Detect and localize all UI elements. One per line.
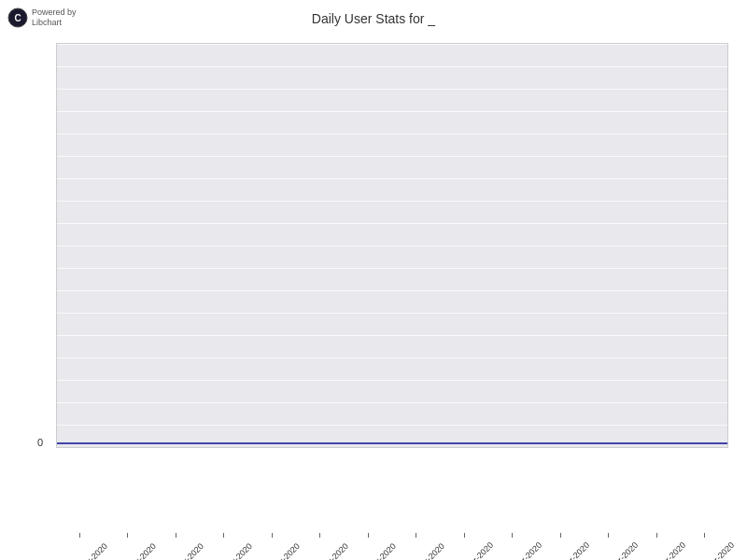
x-label-wrapper: 12-Mar-2020 <box>537 533 584 551</box>
x-label-wrapper: 4-Mar-2020 <box>152 533 199 551</box>
x-label-wrapper: 11-Mar-2020 <box>489 533 536 551</box>
x-tick <box>704 533 705 538</box>
y-axis-label-0: 0 <box>37 437 47 448</box>
x-axis-label: 4-Mar-2020 <box>166 541 205 560</box>
x-label-wrapper: 10-Mar-2020 <box>441 533 487 551</box>
grid-line <box>57 66 727 67</box>
x-axis-label: 2-Mar-2020 <box>70 541 109 560</box>
x-tick <box>127 533 128 538</box>
x-axis-label: 12-Mar-2020 <box>551 541 590 560</box>
chart-container: C Powered by Libchart Daily User Stats f… <box>0 0 747 560</box>
grid-line <box>57 268 727 269</box>
x-axis-label: 10-Mar-2020 <box>455 541 494 560</box>
x-tick <box>79 533 80 538</box>
grid-line <box>57 111 727 112</box>
x-label-wrapper: 8-Mar-2020 <box>345 533 391 551</box>
x-label-wrapper: 6-Mar-2020 <box>248 533 295 551</box>
x-axis-label: 14-Mar-2020 <box>647 541 686 560</box>
x-tick <box>464 533 465 538</box>
x-label-wrapper: 15-Mar-2020 <box>682 533 728 551</box>
chart-plot-area <box>56 43 728 448</box>
x-tick <box>368 533 369 538</box>
x-axis-label: 3-Mar-2020 <box>118 541 157 560</box>
grid-line <box>57 357 727 358</box>
x-axis-label: 9-Mar-2020 <box>406 541 445 560</box>
x-label-wrapper: 13-Mar-2020 <box>585 533 632 551</box>
x-label-wrapper: 7-Mar-2020 <box>297 533 344 551</box>
x-tick <box>272 533 273 538</box>
x-tick <box>512 533 513 538</box>
grid-line <box>57 425 727 426</box>
grid-line <box>57 156 727 157</box>
x-label-wrapper: 5-Mar-2020 <box>201 533 247 551</box>
grid-line <box>57 223 727 224</box>
x-label-wrapper: 14-Mar-2020 <box>633 533 680 551</box>
x-axis-label: 5-Mar-2020 <box>214 541 253 560</box>
x-tick <box>608 533 609 538</box>
x-axis-label: 6-Mar-2020 <box>262 541 302 560</box>
x-axis-label: 13-Mar-2020 <box>599 541 638 560</box>
grid-line <box>57 447 727 448</box>
x-label-wrapper: 2-Mar-2020 <box>56 533 103 551</box>
grid-line <box>57 402 727 403</box>
x-tick <box>319 533 320 538</box>
x-axis-label: 8-Mar-2020 <box>359 541 398 560</box>
x-tick <box>176 533 176 538</box>
x-tick <box>223 533 224 538</box>
grid-line <box>57 245 727 246</box>
grid-line <box>57 335 727 336</box>
x-tick <box>416 533 416 538</box>
grid-line <box>57 201 727 202</box>
chart-title: Daily User Stats for _ <box>0 11 747 26</box>
grid-line <box>57 380 727 381</box>
grid-line <box>57 313 727 314</box>
grid-line <box>57 133 727 134</box>
y-axis: 0 <box>37 43 47 448</box>
x-axis-label: 7-Mar-2020 <box>310 541 349 560</box>
x-axis-label: 11-Mar-2020 <box>502 541 542 560</box>
x-label-wrapper: 9-Mar-2020 <box>393 533 440 551</box>
x-tick <box>560 533 561 538</box>
data-line <box>57 442 727 444</box>
grid-line <box>57 89 727 90</box>
x-tick <box>656 533 657 538</box>
x-label-wrapper: 3-Mar-2020 <box>105 533 151 551</box>
grid-line <box>57 290 727 291</box>
x-axis: 2-Mar-20203-Mar-20204-Mar-20205-Mar-2020… <box>56 533 728 551</box>
grid-lines <box>57 44 727 447</box>
grid-line <box>57 178 727 179</box>
grid-line <box>57 44 727 45</box>
x-axis-label: 15-Mar-2020 <box>696 541 735 560</box>
